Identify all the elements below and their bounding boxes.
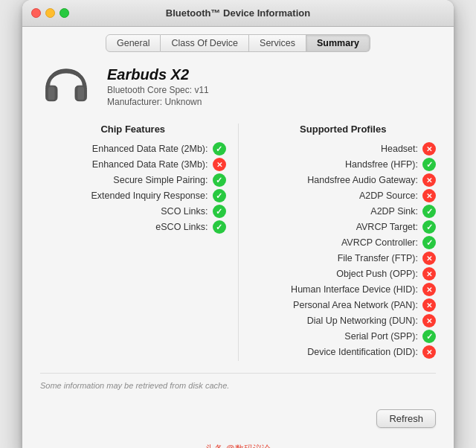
chip-feature-row: Secure Simple Pairing: [40,173,226,187]
chip-feature-label: SCO Links: [161,206,208,217]
supported-profiles-col: Supported Profiles Headset:Handsfree (HF… [251,124,437,361]
chip-features-col: Chip Features Enhanced Data Rate (2Mb):E… [40,124,226,361]
profiles-list: Headset:Handsfree (HFP):Handsfree Audio … [251,142,437,359]
profile-row: Serial Port (SPP): [251,330,437,343]
profile-row: Object Push (OPP): [251,267,437,281]
titlebar: Bluetooth™ Device Information [22,0,454,27]
chip-feature-label: Enhanced Data Rate (2Mb): [92,144,208,154]
chip-feature-row: eSCO Links: [40,220,226,234]
profile-label: Handsfree (HFP): [345,159,418,170]
x-icon [422,252,436,265]
tab-services[interactable]: Services [249,34,306,52]
x-icon [422,283,436,296]
tab-general[interactable]: General [106,34,161,52]
manufacturer-label: Manufacturer: [107,97,162,107]
check-icon [213,173,226,187]
profile-label: AVRCP Target: [356,222,418,232]
chip-feature-label: eSCO Links: [155,222,208,232]
x-icon [422,345,436,359]
column-divider [238,124,239,361]
device-header: Earbuds X2 Bluetooth Core Spec: v11 Manu… [40,64,436,109]
check-icon [213,189,226,202]
profile-label: AVRCP Controller: [341,237,418,248]
info-grid: Chip Features Enhanced Data Rate (2Mb):E… [40,124,436,361]
x-icon [422,189,436,202]
close-button[interactable] [31,8,41,18]
profile-row: AVRCP Target: [251,220,437,234]
svg-rect-1 [77,87,84,100]
profile-label: Handsfree Audio Gateway: [307,175,418,185]
profile-row: A2DP Sink: [251,205,437,218]
check-icon [213,205,226,218]
profile-row: Handsfree Audio Gateway: [251,173,437,187]
profile-row: Handsfree (HFP): [251,158,437,171]
device-name: Earbuds X2 [107,66,209,83]
chip-feature-label: Extended Inquiry Response: [91,191,208,201]
check-icon [422,236,436,249]
headphone-icon [40,64,92,109]
check-icon [422,330,436,343]
device-spec: Bluetooth Core Spec: v11 [107,85,209,95]
spec-value: v11 [194,85,208,95]
chip-feature-label: Enhanced Data Rate (3Mb): [92,159,208,170]
traffic-lights [31,8,69,18]
footer-note: Some information may be retrieved from d… [40,373,436,390]
device-info: Earbuds X2 Bluetooth Core Spec: v11 Manu… [107,66,209,107]
tab-bar: General Class Of Device Services Summary [22,27,454,52]
profile-label: Dial Up Networking (DUN): [307,316,418,326]
x-icon [422,142,436,156]
x-icon [422,173,436,187]
profile-label: A2DP Sink: [370,206,418,217]
tab-class-of-device[interactable]: Class Of Device [161,34,249,52]
profile-row: Dial Up Networking (DUN): [251,314,437,327]
tab-summary[interactable]: Summary [306,34,370,52]
spec-label: Bluetooth Core Spec: [107,85,192,95]
profile-row: Personal Area Network (PAN): [251,298,437,312]
chip-feature-label: Secure Simple Pairing: [113,175,208,185]
profile-row: Device Identification (DID): [251,345,437,359]
chip-features-list: Enhanced Data Rate (2Mb):Enhanced Data R… [40,142,226,234]
check-icon [422,158,436,171]
footer-bar: Refresh [22,402,454,438]
window-title: Bluetooth™ Device Information [166,7,310,19]
device-manufacturer: Manufacturer: Unknown [107,97,209,107]
refresh-button[interactable]: Refresh [376,409,436,428]
profile-row: A2DP Source: [251,189,437,202]
profile-label: Headset: [381,144,418,154]
profile-row: File Transfer (FTP): [251,252,437,265]
profile-label: Object Push (OPP): [336,269,418,279]
svg-rect-0 [48,87,55,100]
chip-feature-row: SCO Links: [40,205,226,218]
x-icon [213,158,226,171]
check-icon [213,142,226,156]
chip-feature-row: Enhanced Data Rate (3Mb): [40,158,226,171]
profile-label: Serial Port (SPP): [344,331,418,342]
profile-label: File Transfer (FTP): [338,253,418,263]
profile-row: AVRCP Controller: [251,236,437,249]
minimize-button[interactable] [45,8,55,18]
maximize-button[interactable] [60,8,69,18]
supported-profiles-title: Supported Profiles [251,124,437,135]
check-icon [213,220,226,234]
check-icon [422,220,436,234]
profile-label: A2DP Source: [359,191,418,201]
main-content: Earbuds X2 Bluetooth Core Spec: v11 Manu… [22,52,454,402]
profile-label: Human Interface Device (HID): [291,284,418,295]
x-icon [422,298,436,312]
profile-label: Device Identification (DID): [307,347,418,357]
x-icon [422,267,436,281]
profile-row: Human Interface Device (HID): [251,283,437,296]
profile-label: Personal Area Network (PAN): [293,300,418,310]
manufacturer-value: Unknown [164,97,202,107]
profile-row: Headset: [251,142,437,156]
chip-feature-row: Extended Inquiry Response: [40,189,226,202]
x-icon [422,314,436,327]
chip-features-title: Chip Features [40,124,226,135]
chip-feature-row: Enhanced Data Rate (2Mb): [40,142,226,156]
watermark: 头条 @数码议论 [22,438,454,448]
check-icon [422,205,436,218]
app-window: Bluetooth™ Device Information General Cl… [22,0,454,448]
